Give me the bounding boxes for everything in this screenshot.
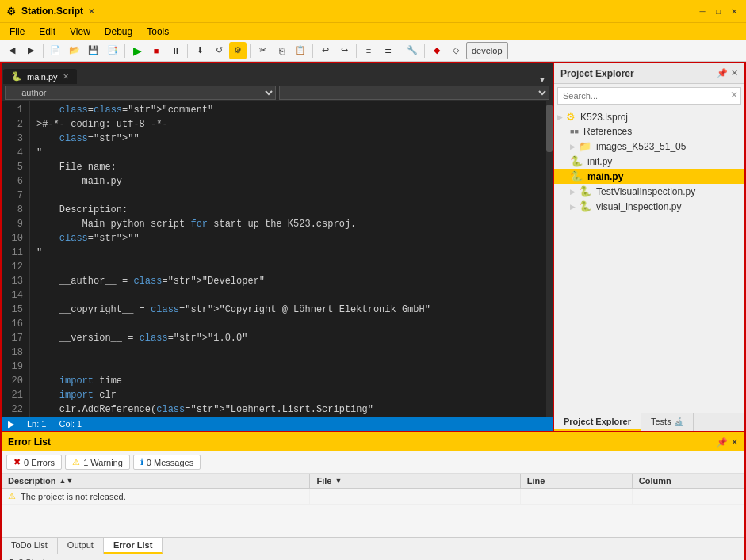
tree-icon-images: 📁 — [579, 140, 591, 152]
file-filter-icon[interactable]: ▼ — [335, 477, 342, 485]
error-filter-bar: ✖ 0 Errors ⚠ 1 Warning ℹ 0 Messages — [2, 451, 744, 474]
tree-label-k523: K523.lsproj — [580, 112, 628, 123]
toolbar-separator-2 — [124, 44, 125, 58]
tab-main-py[interactable]: 🐍 main.py ✕ — [3, 69, 77, 84]
bottom-header-controls: 📌 ✕ — [717, 437, 738, 448]
open-button[interactable]: 📂 — [66, 42, 83, 59]
tree-label-main: main.py — [587, 171, 623, 182]
messages-button[interactable]: ℹ 0 Messages — [133, 455, 201, 470]
tree-item-references[interactable]: ■■ References — [554, 124, 744, 139]
panel-header-controls: 📌 ✕ — [717, 68, 738, 78]
tab-close-button[interactable]: ✕ — [63, 72, 69, 81]
tree-item-images[interactable]: ▶ 📁 images_K523_51_05 — [554, 139, 744, 154]
forward-button[interactable]: ▶ — [22, 42, 40, 59]
undo-button[interactable]: ↩ — [316, 42, 334, 59]
diamond-icon[interactable]: ◆ — [428, 42, 446, 59]
indent-button[interactable]: ≡ — [360, 42, 377, 59]
redo-button[interactable]: ↪ — [335, 42, 353, 59]
close-panel-icon[interactable]: ✕ — [731, 68, 738, 78]
scope-dropdown-left[interactable]: __author__ — [5, 86, 276, 100]
stop-button[interactable]: ■ — [147, 42, 165, 59]
tab-todo-list[interactable]: ToDo List — [2, 538, 58, 554]
tree-item-main[interactable]: 🐍 main.py — [554, 169, 744, 184]
toolbar-separator-6 — [356, 44, 357, 58]
tree-expand-testvisual: ▶ — [570, 188, 576, 196]
code-content[interactable]: class=class="str">"comment">#-*- coding:… — [30, 101, 546, 417]
tab-tests[interactable]: Tests 🔬 — [641, 413, 694, 431]
toolbar-separator-8 — [424, 44, 425, 58]
right-panel-tabs: Project Explorer Tests 🔬 — [554, 413, 744, 431]
minimize-icon[interactable]: ─ — [697, 6, 708, 17]
format-button[interactable]: ≣ — [379, 42, 396, 59]
run-button[interactable]: ▶ — [128, 42, 146, 59]
menu-edit[interactable]: Edit — [33, 25, 62, 39]
errors-button[interactable]: ✖ 0 Errors — [6, 455, 62, 470]
save-button[interactable]: 💾 — [85, 42, 102, 59]
tree-expand-images: ▶ — [570, 143, 576, 150]
tree-item-testvisual[interactable]: ▶ 🐍 TestVisualInspection.py — [554, 184, 744, 199]
tab-close-title[interactable]: ✕ — [88, 6, 95, 17]
search-box: ✕ — [557, 87, 741, 105]
config-button[interactable]: ⚙ — [229, 42, 247, 59]
tab-overflow-button[interactable]: ▼ — [534, 75, 551, 84]
menu-debug[interactable]: Debug — [98, 25, 139, 39]
error-list-header: Error List 📌 ✕ — [2, 432, 744, 451]
tree-icon-references: ■■ — [570, 128, 579, 135]
tab-error-list[interactable]: Error List — [104, 538, 163, 554]
title-bar: ⚙ Station.Script ✕ ─ □ ✕ — [0, 0, 746, 22]
scope-dropdown-right[interactable] — [279, 86, 550, 100]
tree-label-visual: visual_inspection.py — [596, 201, 681, 212]
tab-label: main.py — [27, 72, 58, 82]
copy-button[interactable]: ⎘ — [273, 42, 290, 59]
line-numbers: 123456789101112131415161718192021222324 — [2, 101, 30, 417]
menu-file[interactable]: File — [3, 25, 31, 39]
back-button[interactable]: ◀ — [3, 42, 21, 59]
pause-button[interactable]: ⏸ — [166, 42, 184, 59]
new-file-button[interactable]: 📄 — [47, 42, 64, 59]
close-icon[interactable]: ✕ — [729, 6, 740, 17]
tree-icon-main: 🐍 — [570, 170, 583, 182]
search-clear-icon[interactable]: ✕ — [730, 90, 738, 101]
bottom-pin-icon[interactable]: 📌 — [717, 437, 728, 448]
pin-icon[interactable]: 📌 — [717, 68, 728, 78]
right-panel: Project Explorer 📌 ✕ ✕ ▶ ⚙ K523.lsproj ■… — [554, 63, 744, 431]
maximize-icon[interactable]: □ — [713, 6, 724, 17]
cut-button[interactable]: ✂ — [254, 42, 271, 59]
branch-icon[interactable]: ◇ — [447, 42, 465, 59]
col-file: File ▼ — [310, 474, 520, 488]
sort-icon[interactable]: ▲▼ — [59, 477, 74, 485]
branch-label[interactable]: develop — [466, 42, 508, 59]
paste-button[interactable]: 📋 — [292, 42, 309, 59]
toolbar-separator-3 — [187, 44, 188, 58]
tab-project-explorer[interactable]: Project Explorer — [554, 413, 641, 431]
search-input[interactable] — [557, 87, 741, 105]
warnings-button[interactable]: ⚠ 1 Warning — [65, 455, 130, 470]
menu-tools[interactable]: Tools — [140, 25, 175, 39]
tree-item-init[interactable]: 🐍 init.py — [554, 154, 744, 169]
tab-output[interactable]: Output — [58, 538, 104, 554]
error-column-0 — [633, 489, 744, 504]
status-col: Col: 1 — [59, 419, 82, 429]
toolbar-separator-1 — [43, 44, 44, 58]
tests-icon: 🔬 — [674, 417, 683, 426]
tree-icon-visual: 🐍 — [579, 200, 591, 212]
step-into-button[interactable]: ⬇ — [191, 42, 208, 59]
error-line-0 — [521, 489, 633, 504]
tree-item-visual[interactable]: ▶ 🐍 visual_inspection.py — [554, 199, 744, 214]
messages-label: 0 Messages — [147, 458, 193, 467]
tree-item-k523[interactable]: ▶ ⚙ K523.lsproj — [554, 109, 744, 124]
error-row-0[interactable]: ⚠ The project is not released. — [2, 489, 744, 505]
tree-label-init: init.py — [587, 156, 612, 167]
restart-button[interactable]: ↺ — [210, 42, 228, 59]
menu-view[interactable]: View — [63, 25, 97, 39]
warning-icon: ⚠ — [72, 457, 80, 467]
error-table: Description ▲▼ File ▼ Line Column ⚠ The … — [2, 474, 744, 537]
editor-status-bar: ▶ Ln: 1 Col: 1 — [2, 417, 553, 431]
tools-button[interactable]: 🔧 — [404, 42, 421, 59]
editor-panel: 🐍 main.py ✕ ▼ __author__ 123456789101112… — [2, 63, 554, 431]
bottom-close-icon[interactable]: ✕ — [731, 437, 738, 448]
save-all-button[interactable]: 📑 — [104, 42, 121, 59]
errors-label: 0 Errors — [24, 458, 55, 467]
call-stack-bar: Call Stack — [2, 554, 744, 560]
col-line: Line — [521, 474, 633, 488]
